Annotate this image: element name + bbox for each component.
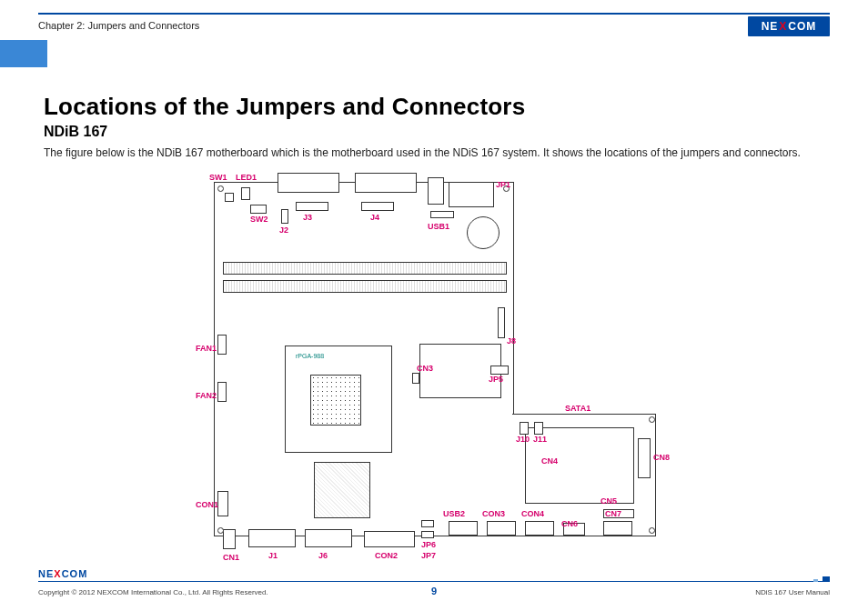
label-j2: J2 xyxy=(279,225,288,235)
label-con1: CON1 xyxy=(196,500,218,509)
label-con4: CON4 xyxy=(521,509,544,518)
label-fan1: FAN1 xyxy=(196,344,217,353)
label-con3: CON3 xyxy=(482,509,505,518)
label-sw2: SW2 xyxy=(250,215,268,224)
label-cn3: CN3 xyxy=(417,364,433,373)
label-j11: J11 xyxy=(533,435,547,444)
label-jp6: JP6 xyxy=(421,540,436,549)
label-cn4: CN4 xyxy=(541,456,558,466)
page-number: 9 xyxy=(0,586,868,596)
label-j1: J1 xyxy=(268,551,278,560)
label-j3: J3 xyxy=(303,213,312,222)
label-jp7: JP7 xyxy=(421,551,436,560)
label-jp1: JP1 xyxy=(496,180,510,189)
footer-tick2-icon xyxy=(813,579,818,582)
label-cn7: CN7 xyxy=(605,509,621,518)
label-j4: J4 xyxy=(370,213,379,222)
label-jp5: JP5 xyxy=(489,375,503,384)
label-sw1: SW1 xyxy=(209,173,227,182)
manual-name: NDiS 167 User Manual xyxy=(755,588,830,596)
label-cn1: CN1 xyxy=(223,553,239,562)
label-led1: LED1 xyxy=(236,173,257,182)
label-j10: J10 xyxy=(516,435,530,444)
label-usb2: USB2 xyxy=(443,509,465,518)
description-text: The figure below is the NDiB 167 motherb… xyxy=(44,145,830,160)
label-cn5: CN5 xyxy=(601,496,617,506)
brand-logo-footer: NEXCOM xyxy=(38,568,87,579)
footer-rule xyxy=(38,581,830,582)
label-fan2: FAN2 xyxy=(196,391,217,400)
page-title: Locations of the Jumpers and Connectors xyxy=(44,93,525,121)
label-con2: CON2 xyxy=(375,551,398,560)
chapter-label: Chapter 2: Jumpers and Connectors xyxy=(38,20,199,31)
label-j8: J8 xyxy=(507,336,516,346)
motherboard-diagram: rPGA-988 SW1 LED1 SW2 J2 J3 J4 JP1 USB1 … xyxy=(196,173,669,562)
top-rule xyxy=(38,13,830,15)
label-usb1: USB1 xyxy=(428,222,449,231)
label-sata1: SATA1 xyxy=(565,404,590,413)
brand-logo-top: NEXCOM xyxy=(748,16,830,36)
model-heading: NDiB 167 xyxy=(44,124,107,140)
label-cn8: CN8 xyxy=(653,453,670,462)
footer-tick-icon xyxy=(823,576,830,582)
label-cn6: CN6 xyxy=(561,519,578,528)
label-j6: J6 xyxy=(318,551,328,560)
side-accent xyxy=(0,40,47,67)
socket-text: rPGA-988 xyxy=(296,353,324,359)
